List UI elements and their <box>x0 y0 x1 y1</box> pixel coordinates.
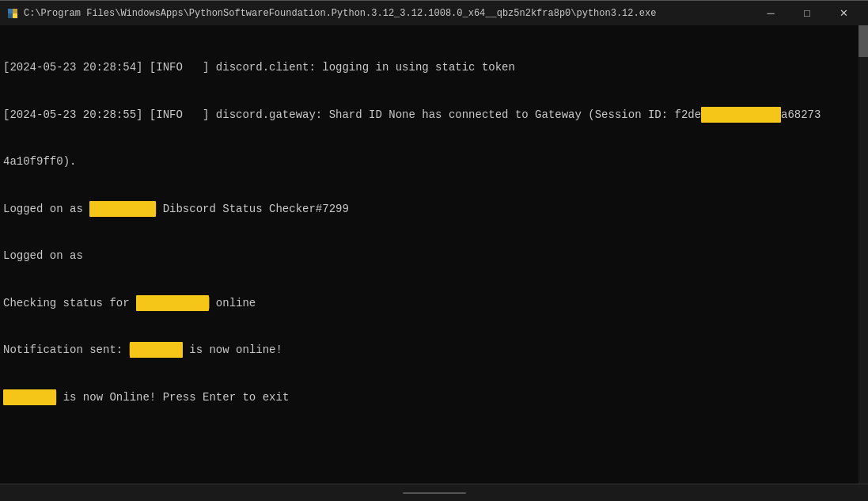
minimize-button[interactable]: ─ <box>752 1 789 26</box>
redacted-final: ████████ <box>3 389 56 405</box>
svg-rect-1 <box>13 13 17 18</box>
console-content: [2024-05-23 20:28:54] [INFO ] discord.cl… <box>3 28 865 436</box>
redacted-target: ███████████ <box>136 295 209 311</box>
redacted-botname: ██████████ <box>89 201 156 217</box>
log-line-7: ████████ is now Online! Press Enter to e… <box>3 389 865 405</box>
svg-rect-2 <box>8 13 13 18</box>
log-line-3: Logged on as ██████████ Dibscord Status … <box>3 201 865 217</box>
log-line-5: Checking status for ███████████ online <box>3 295 865 311</box>
log-line-6: Notification sent: ████████ is now onlin… <box>3 342 865 358</box>
maximize-button[interactable]: □ <box>789 1 825 26</box>
close-button[interactable]: ✕ <box>825 1 862 26</box>
log-line-2: [2024-05-23 20:28:55] [INFO ] discord.ga… <box>3 107 865 123</box>
log-line-4: Logged on as <box>3 248 865 264</box>
taskbar <box>0 484 868 501</box>
scrollbar[interactable] <box>859 25 868 484</box>
redacted-notify: ████████ <box>130 342 183 358</box>
taskbar-divider <box>403 492 466 494</box>
scrollbar-thumb[interactable] <box>859 25 868 57</box>
title-bar-text: C:\Program Files\WindowsApps\PythonSoftw… <box>24 8 752 19</box>
redacted-session: ████████████ <box>701 107 781 123</box>
svg-rect-0 <box>8 9 13 13</box>
svg-rect-3 <box>13 9 17 13</box>
console-area: [2024-05-23 20:28:54] [INFO ] discord.cl… <box>0 25 868 484</box>
log-line-2b: 4a10f9ff0). <box>3 154 865 169</box>
log-line-1: [2024-05-23 20:28:54] [INFO ] discord.cl… <box>3 59 865 75</box>
window-controls: ─ □ ✕ <box>752 1 862 26</box>
title-bar: C:\Program Files\WindowsApps\PythonSoftw… <box>0 0 868 25</box>
app-icon <box>6 7 19 20</box>
